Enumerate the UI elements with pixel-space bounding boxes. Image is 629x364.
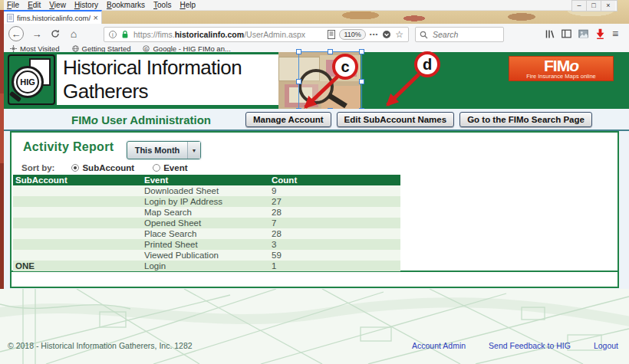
selection-handle[interactable] — [296, 79, 301, 84]
tab-favicon-icon — [7, 14, 14, 22]
map-watermark-region — [0, 289, 629, 364]
annotation-c-label: c — [341, 58, 349, 76]
activity-report-inner: Activity Report This Month ▾ Sort by: Su… — [12, 133, 617, 272]
library-icon[interactable] — [545, 29, 555, 39]
tab-title: fims.historicalinfo.com/User/Ad — [17, 14, 91, 22]
menu-item[interactable]: File — [7, 1, 19, 9]
browser-tab[interactable]: fims.historicalinfo.com/User/Ad × — [4, 10, 102, 24]
cell-count: 27 — [272, 197, 400, 206]
cell-count: 59 — [272, 251, 400, 260]
fimo-logo: FIMo Fire Insurance Maps online — [509, 56, 614, 81]
copyright-text: © 2018 - Historical Information Gatherer… — [8, 341, 193, 350]
radio-button[interactable] — [71, 164, 79, 172]
footer-links: Account AdminSend Feedback to HIGLogout — [412, 341, 618, 350]
selection-handle[interactable] — [296, 49, 301, 54]
hamburger-menu-icon[interactable]: ≡ — [612, 28, 618, 39]
column-header-event: Event — [144, 175, 272, 185]
annotation-d-circle: d — [414, 51, 440, 77]
cell-event: Viewed Publication — [144, 251, 272, 260]
pocket-icon[interactable] — [382, 30, 391, 39]
sort-option-label: Event — [163, 163, 187, 172]
cell-event: Printed Sheet — [144, 240, 272, 249]
selection-handle[interactable] — [359, 79, 364, 84]
close-button[interactable]: × — [601, 1, 615, 11]
globe-icon — [72, 45, 79, 52]
activity-report-title: Activity Report — [23, 140, 114, 154]
cell-event: Login by IP Address — [144, 197, 272, 206]
menu-item[interactable]: History — [74, 1, 98, 9]
home-icon: ⌂ — [71, 28, 77, 40]
toolbar-right-icons: ≡ — [545, 26, 626, 41]
search-bar[interactable] — [415, 27, 504, 42]
search-input[interactable] — [431, 29, 496, 40]
nav-button[interactable]: Go to the FIMo Search Page — [459, 112, 592, 127]
menu-item[interactable]: Edit — [28, 1, 41, 9]
window-controls: – □ × — [571, 0, 617, 11]
nav-button[interactable]: Manage Account — [245, 112, 331, 127]
site-info-icon[interactable]: i — [109, 31, 117, 38]
table-row: Opened Sheet 7 — [13, 218, 400, 228]
cell-count: 3 — [272, 240, 400, 249]
forward-button[interactable]: → — [29, 26, 44, 41]
chevron-down-icon[interactable]: ▾ — [187, 142, 200, 159]
cell-event: Map Search — [144, 208, 272, 217]
menu-item[interactable]: Bookmarks — [107, 1, 145, 9]
nav-button[interactable]: Edit SubAccount Names — [337, 112, 455, 127]
selection-handle[interactable] — [328, 49, 333, 54]
bookmark-star-icon[interactable]: ☆ — [395, 30, 403, 39]
fimo-logo-text: FIMo — [544, 58, 578, 73]
period-dropdown[interactable]: This Month ▾ — [127, 141, 201, 159]
table-header-row: SubAccount Event Count — [13, 175, 400, 185]
menu-item[interactable]: View — [49, 1, 66, 9]
zoom-level-button[interactable]: 110% — [339, 29, 365, 40]
column-header-count: Count — [272, 175, 400, 185]
sort-option[interactable]: SubAccount — [71, 163, 134, 172]
cell-event: Downloaded Sheet — [144, 186, 272, 195]
annotation-c-circle: c — [332, 54, 358, 80]
cell-count: 28 — [272, 208, 400, 217]
nav-buttons: Manage AccountEdit SubAccount NamesGo to… — [245, 112, 592, 127]
cell-count: 1 — [272, 261, 400, 271]
reader-mode-icon[interactable] — [328, 30, 335, 39]
radio-button[interactable] — [153, 164, 160, 172]
org-title-line2: Gatherers — [63, 80, 278, 103]
reload-icon — [51, 29, 60, 38]
menu-item[interactable]: Help — [179, 1, 196, 9]
footer-link[interactable]: Send Feedback to HIG — [489, 341, 571, 350]
fimo-logo-tagline: Fire Insurance Maps online — [526, 73, 595, 80]
cell-subaccount: ONE — [13, 261, 144, 271]
minimize-button[interactable]: – — [572, 1, 587, 11]
most-visited-icon — [10, 45, 17, 52]
table-row: Login by IP Address 27 — [13, 196, 400, 207]
url-bar[interactable]: i https://fims.historicalinfo.com/UserAd… — [104, 27, 409, 42]
back-button[interactable]: ← — [8, 26, 24, 41]
padlock-icon[interactable] — [120, 30, 130, 39]
page-footer: © 2018 - Historical Information Gatherer… — [0, 339, 629, 352]
org-title: Historical Information Gatherers — [57, 54, 278, 105]
selection-handle[interactable] — [359, 49, 364, 54]
screenshot-icon[interactable] — [578, 29, 588, 38]
page-actions-icon[interactable]: ••• — [370, 31, 378, 38]
reload-button[interactable] — [48, 26, 63, 41]
download-icon[interactable] — [595, 28, 605, 39]
activity-report-panel: Activity Report This Month ▾ Sort by: Su… — [10, 131, 619, 288]
menu-item[interactable]: Tools — [153, 1, 171, 9]
sort-option[interactable]: Event — [153, 163, 187, 172]
table-row: Map Search 28 — [13, 207, 400, 218]
tab-close-icon[interactable]: × — [94, 14, 98, 22]
cell-event: Place Search — [144, 229, 272, 238]
home-button[interactable]: ⌂ — [66, 26, 81, 41]
footer-link[interactable]: Logout — [594, 341, 618, 350]
cell-event: Opened Sheet — [144, 218, 272, 228]
table-row: Printed Sheet 3 — [13, 239, 400, 250]
org-title-line1: Historical Information — [63, 56, 278, 80]
cell-count: 7 — [272, 218, 400, 228]
browser-menubar: FileEditViewHistoryBookmarksToolsHelp — [4, 0, 575, 11]
footer-link[interactable]: Account Admin — [412, 341, 466, 350]
annotation-d-label: d — [423, 56, 432, 74]
table-row: Place Search 28 — [13, 228, 400, 239]
svg-text:G: G — [145, 47, 149, 51]
maximize-button[interactable]: □ — [587, 1, 601, 11]
hig-logo: HIG — [8, 54, 55, 105]
sidebar-icon[interactable] — [561, 29, 571, 38]
